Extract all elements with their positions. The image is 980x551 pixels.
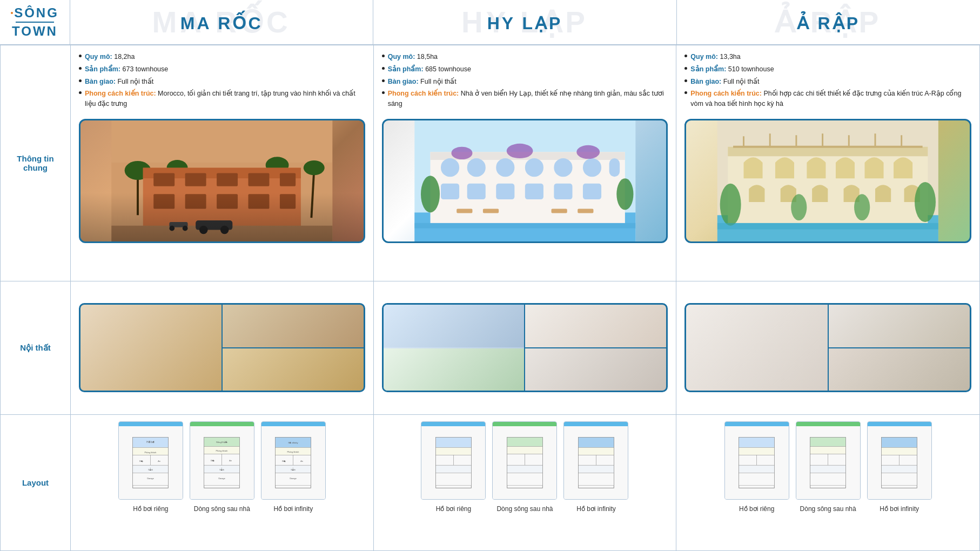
hylap-label-2: Dòng sông sau nhà	[492, 505, 557, 513]
hylap-info-2: Sản phẩm: 685 townhouse	[382, 64, 668, 75]
svg-point-46	[451, 146, 472, 159]
svg-rect-54	[578, 209, 593, 213]
svg-rect-51	[457, 209, 472, 213]
layout-cells: Hồ bơi Phòng khách Bếp Ăn Sảnh Garage	[71, 415, 979, 550]
svg-rect-136	[739, 455, 757, 466]
header-col-arap: Ả RẬP Ả RẬP	[677, 0, 980, 44]
hylap-info-3: Bàn giao: Full nội thất	[382, 77, 668, 87]
arap-info-3: Bàn giao: Full nội thất	[684, 77, 971, 87]
svg-rect-116	[453, 455, 471, 466]
svg-point-49	[421, 176, 440, 212]
svg-rect-114	[436, 448, 472, 455]
svg-text:Sông/Vườn: Sông/Vườn	[216, 441, 228, 444]
maroc-layout-labels: Hồ bơi riêng Dòng sông sau nhà Hồ bơi in…	[75, 505, 369, 513]
svg-text:Phòng khách: Phòng khách	[145, 452, 157, 454]
svg-rect-12	[153, 173, 174, 186]
svg-rect-125	[507, 473, 543, 486]
maroc-label-1: Hồ bơi riêng	[118, 505, 183, 513]
svg-rect-146	[810, 473, 846, 486]
svg-rect-153	[882, 473, 917, 486]
header-col-maroc: MA RỐC MA RỐC	[70, 0, 373, 44]
svg-rect-34	[467, 158, 485, 177]
svg-rect-41	[467, 184, 485, 199]
hylap-interior-cell	[374, 281, 677, 415]
svg-rect-33	[441, 158, 459, 177]
header-row: SÔNG TOWN MA RỐC MA RỐC HY LẠP HY LẠP	[0, 0, 980, 45]
hylap-label-3: Hồ bơi infinity	[563, 505, 628, 513]
svg-rect-23	[196, 220, 232, 230]
maroc-info-1: Quy mô: 18,2ha	[79, 52, 365, 62]
maroc-plan-3: Hồ infinity Phòng khách Bếp Ăn Sảnh Gara…	[261, 421, 326, 500]
svg-rect-59	[728, 146, 928, 156]
hylap-title-section: HY LẠP HY LẠP	[487, 9, 563, 36]
svg-point-47	[506, 144, 533, 158]
svg-rect-138	[739, 465, 775, 473]
svg-point-70	[791, 194, 807, 220]
svg-rect-131	[579, 465, 614, 473]
svg-rect-118	[436, 473, 472, 486]
svg-rect-113	[436, 438, 472, 448]
svg-text:Ăn: Ăn	[300, 460, 303, 462]
arap-fp3-svg	[879, 434, 919, 491]
hylap-plan-3	[563, 421, 628, 500]
svg-point-9	[304, 160, 325, 175]
arap-interior-collage	[684, 303, 971, 392]
arap-int-img-3	[829, 348, 970, 391]
hylap-info-4: Phong cách kiến trúc: Nhà ở ven biển Hy …	[382, 89, 668, 109]
hylap-int-img-2	[525, 305, 666, 347]
maroc-info-3: Bàn giao: Full nội thất	[79, 77, 365, 87]
arap-int-img-2	[829, 305, 970, 347]
maroc-building-svg	[80, 120, 364, 241]
layout-label: Layout	[1, 415, 71, 550]
arap-label-2: Dòng sông sau nhà	[796, 505, 861, 513]
maroc-interior-cell	[71, 281, 374, 415]
maroc-arch-image	[79, 119, 365, 243]
maroc-int-img-3	[223, 348, 364, 391]
svg-rect-26	[169, 222, 187, 227]
main-table: Thông tin chung Quy mô: 18,2ha Sản phẩm:…	[0, 45, 980, 551]
svg-text:Garage: Garage	[290, 478, 297, 480]
svg-rect-123	[525, 454, 542, 466]
svg-rect-17	[153, 194, 174, 209]
maroc-title-section: MA RỐC MA RỐC	[180, 9, 263, 36]
maroc-interior-collage	[79, 303, 365, 392]
svg-point-50	[616, 178, 633, 210]
page: SÔNG TOWN MA RỐC MA RỐC HY LẠP HY LẠP	[0, 0, 980, 551]
arap-title-section: Ả RẬP Ả RẬP	[797, 9, 860, 36]
hylap-fp3-svg	[576, 434, 616, 491]
arap-plan-3	[867, 421, 932, 500]
svg-text:Hồ bơi: Hồ bơi	[147, 441, 155, 444]
svg-rect-137	[757, 455, 775, 466]
arap-layout-cell: Hồ bơi riêng Dòng sông sau nhà Hồ bơi in…	[676, 415, 979, 550]
thong-tin-label: Thông tin chung	[1, 45, 71, 281]
thong-tin-row: Thông tin chung Quy mô: 18,2ha Sản phẩm:…	[1, 45, 979, 281]
svg-text:Phòng khách: Phòng khách	[287, 451, 299, 453]
maroc-int-img-1	[80, 305, 221, 391]
noi-that-row: Nội thất	[1, 281, 979, 415]
noi-that-cells	[71, 281, 979, 415]
arap-info-1: Quy mô: 13,3ha	[684, 52, 971, 62]
arap-fp1-svg	[736, 434, 777, 491]
maroc-int-img-2	[223, 305, 364, 347]
svg-rect-22	[111, 226, 332, 241]
svg-rect-53	[551, 209, 567, 213]
svg-rect-148	[882, 438, 917, 448]
svg-rect-35	[496, 158, 514, 177]
svg-rect-141	[810, 438, 846, 447]
svg-point-71	[854, 194, 870, 220]
svg-rect-152	[882, 465, 917, 473]
svg-point-25	[220, 226, 229, 234]
arap-interior-cell	[676, 281, 979, 415]
svg-rect-130	[596, 455, 614, 466]
hylap-layout-labels: Hồ bơi riêng Dòng sông sau nhà Hồ bơi in…	[378, 505, 672, 513]
svg-rect-15	[249, 173, 270, 186]
svg-text:Ăn: Ăn	[229, 460, 232, 462]
hylap-label-1: Hồ bơi riêng	[421, 505, 486, 513]
maroc-fp1-svg: Hồ bơi Phòng khách Bếp Ăn Sảnh Garage	[130, 434, 171, 491]
hylap-int-img-3	[525, 348, 666, 391]
maroc-layout-plans: Hồ bơi Phòng khách Bếp Ăn Sảnh Garage	[75, 421, 369, 500]
svg-text:Bếp: Bếp	[211, 460, 215, 462]
arap-title: Ả RẬP	[797, 13, 860, 33]
svg-rect-150	[882, 455, 900, 466]
logo: SÔNG TOWN	[11, 5, 59, 39]
